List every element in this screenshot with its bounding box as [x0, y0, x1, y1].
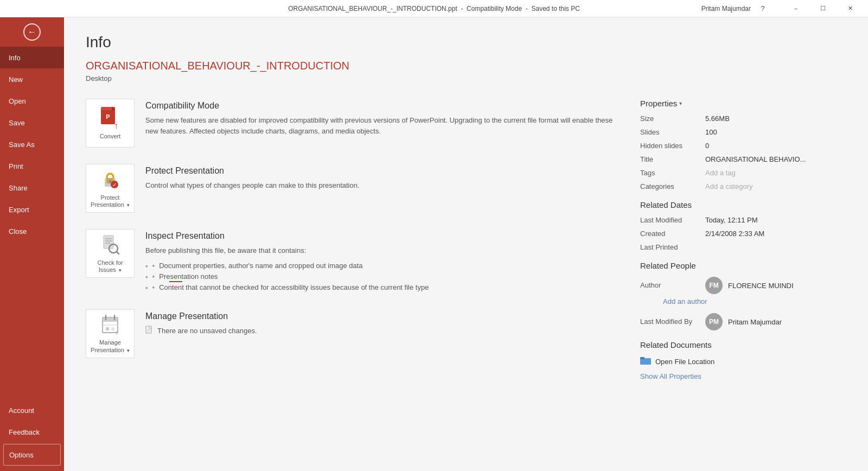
sidebar-item-saveas[interactable]: Save As — [0, 133, 64, 155]
compatibility-section: P ↑ Convert Compatibility Mode Some new … — [86, 99, 618, 148]
sidebar-item-feedback[interactable]: Feedback — [0, 421, 64, 443]
protect-section: ✓ ProtectPresentation ▾ Protect Presenta… — [86, 164, 618, 213]
protect-button[interactable]: ✓ ProtectPresentation ▾ — [86, 164, 135, 213]
svg-rect-8 — [110, 181, 111, 183]
page-title: Info — [86, 34, 846, 51]
sidebar-nav: Info New Open Save Save As Print Share E… — [0, 47, 64, 399]
inspect-title: Inspect Presentation — [145, 231, 618, 241]
svg-text:↑: ↑ — [114, 121, 118, 130]
compatibility-title: Compatibility Mode — [145, 101, 618, 111]
two-column-layout: P ↑ Convert Compatibility Mode Some new … — [86, 99, 846, 380]
sidebar: ← Info New Open Save Save As Print Share — [0, 17, 64, 471]
main-content: Info ORGANISATIONAL_BEHAVIOUR_-_INTRODUC… — [64, 17, 868, 471]
manage-button[interactable]: ↑ ManagePresentation ▾ — [86, 309, 135, 358]
protect-content: Protect Presentation Control what types … — [145, 164, 618, 191]
page-icon — [145, 326, 153, 334]
prop-last-modified: Last Modified Today, 12:11 PM — [640, 216, 846, 224]
show-all-properties-link[interactable]: Show All Properties — [640, 372, 846, 380]
svg-text:P: P — [106, 113, 110, 120]
sidebar-bottom: Account Feedback Options — [0, 399, 64, 467]
protect-title: Protect Presentation — [145, 166, 618, 176]
convert-button[interactable]: P ↑ Convert — [86, 99, 135, 148]
sidebar-item-options[interactable]: Options — [3, 444, 61, 466]
back-circle-icon: ← — [23, 23, 41, 41]
last-modified-avatar: PM — [705, 313, 723, 330]
title-bar-right: Pritam Majumdar ? − ☐ ✕ — [701, 0, 863, 17]
author-name: FLORENCE MUINDI — [728, 282, 794, 290]
restore-button[interactable]: ☐ — [810, 0, 835, 17]
sidebar-item-print[interactable]: Print — [0, 155, 64, 177]
inspect-content: Inspect Presentation Before publishing t… — [145, 229, 618, 293]
protect-icon: ✓ — [98, 168, 122, 192]
left-column: P ↑ Convert Compatibility Mode Some new … — [86, 99, 618, 380]
svg-rect-30 — [640, 357, 644, 359]
bullet-2: ▪ Presentation notes — [145, 271, 618, 282]
svg-rect-11 — [104, 236, 113, 249]
sidebar-item-open[interactable]: Open — [0, 90, 64, 112]
svg-line-16 — [117, 252, 119, 254]
file-location: Desktop — [86, 74, 846, 82]
open-file-location-link[interactable]: Open File Location — [640, 356, 846, 367]
convert-icon-wrapper: P ↑ — [97, 106, 124, 131]
inspect-button[interactable]: Check forIssues ▾ — [86, 229, 135, 278]
inspect-desc: Before publishing this file, be aware th… — [145, 245, 618, 256]
prop-last-printed: Last Printed — [640, 243, 846, 251]
title-bar: ORGANISATIONAL_BEHAVIOUR_-_INTRODUCTION.… — [0, 0, 868, 17]
convert-icon: P ↑ — [97, 106, 124, 131]
window-controls: − ☐ ✕ — [783, 0, 863, 17]
help-button[interactable]: ? — [757, 3, 768, 14]
svg-rect-23 — [111, 327, 114, 330]
prop-categories[interactable]: Categories Add a category — [640, 182, 846, 190]
author-avatar: FM — [705, 277, 723, 294]
user-name: Pritam Majumdar — [701, 5, 751, 12]
bullet-2-icon: ▪ — [152, 272, 155, 281]
sidebar-item-info[interactable]: Info — [0, 47, 64, 68]
prop-size: Size 5.66MB — [640, 114, 846, 123]
sidebar-item-save[interactable]: Save — [0, 112, 64, 133]
related-documents-header: Related Documents — [640, 340, 846, 349]
back-button[interactable]: ← — [0, 17, 64, 47]
convert-label: Convert — [100, 133, 121, 140]
minimize-button[interactable]: − — [783, 0, 808, 17]
related-people-header: Related People — [640, 261, 846, 270]
sidebar-item-close[interactable]: Close — [0, 220, 64, 242]
sidebar-item-export[interactable]: Export — [0, 199, 64, 220]
add-author-link[interactable]: Add an author — [640, 297, 846, 305]
inspect-label: Check forIssues ▾ — [97, 259, 123, 273]
manage-title: Manage Presentation — [145, 311, 618, 321]
properties-dropdown-icon: ▾ — [679, 100, 682, 106]
close-button[interactable]: ✕ — [838, 0, 863, 17]
bullet-1-icon: ▪ — [152, 262, 155, 270]
prop-last-modified-by-row: Last Modified By PM Pritam Majumdar — [640, 313, 846, 330]
right-column: Properties ▾ Size 5.66MB Slides 100 Hidd… — [640, 99, 846, 380]
prop-title: Title ORGANISATIONAL BEHAVIO... — [640, 155, 846, 163]
sidebar-item-share[interactable]: Share — [0, 177, 64, 199]
bullet-1: ▪ Document properties, author's name and… — [145, 260, 618, 271]
last-modified-name: Pritam Majumdar — [728, 318, 782, 326]
properties-header[interactable]: Properties ▾ — [640, 99, 846, 108]
prop-tags[interactable]: Tags Add a tag — [640, 169, 846, 177]
bullet-3: ▪ Content that cannot be checked for acc… — [145, 282, 618, 293]
last-modified-by-item: PM Pritam Majumdar — [705, 313, 782, 330]
svg-rect-18 — [103, 317, 118, 322]
manage-section: ↑ ManagePresentation ▾ Manage Presentati… — [86, 309, 618, 358]
filename: ORGANISATIONAL_BEHAVIOUR_-_INTRODUCTION.… — [288, 5, 457, 12]
manage-content: Manage Presentation There are no unsaved… — [145, 309, 618, 336]
inspect-section: Check forIssues ▾ Inspect Presentation B… — [86, 229, 618, 293]
compatibility-desc: Some new features are disabled for impro… — [145, 115, 618, 136]
folder-svg — [640, 356, 651, 365]
manage-desc: There are no unsaved changes. — [157, 326, 257, 336]
sidebar-item-new[interactable]: New — [0, 68, 64, 90]
file-title: ORGANISATIONAL_BEHAVIOUR_-_INTRODUCTION — [86, 60, 846, 72]
prop-created: Created 2/14/2008 2:33 AM — [640, 230, 846, 238]
prop-hidden-slides: Hidden slides 0 — [640, 142, 846, 150]
author-item: FM FLORENCE MUINDI — [705, 277, 794, 294]
inspect-bullets: ▪ Document properties, author's name and… — [145, 260, 618, 293]
svg-rect-22 — [106, 327, 109, 330]
sidebar-item-account[interactable]: Account — [0, 399, 64, 421]
prop-author-label-row: Author FM FLORENCE MUINDI — [640, 277, 846, 294]
open-file-location-label: Open File Location — [655, 358, 714, 366]
manage-icon: ↑ — [98, 313, 122, 337]
saved-status: Saved to this PC — [531, 5, 579, 12]
compatibility-mode: Compatibility Mode — [467, 5, 522, 12]
